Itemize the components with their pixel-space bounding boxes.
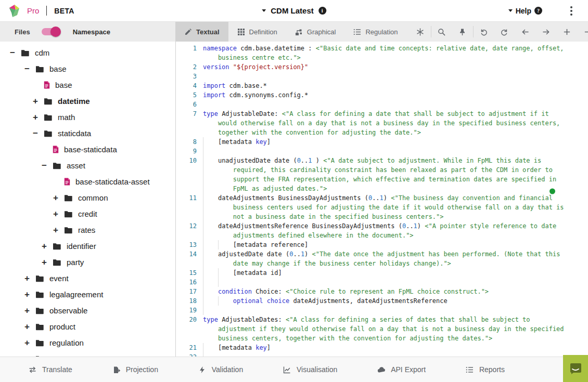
expand-icon[interactable]: + [23, 322, 31, 332]
view-tabs: TextualDefinitionGraphicalRegulation [175, 22, 407, 42]
code-text: version "${project.version}" [203, 62, 568, 72]
line-number: 3 [176, 72, 197, 81]
line-number: 16 [176, 278, 197, 287]
validation-icon [198, 366, 206, 374]
tab-graphical[interactable]: Graphical [286, 22, 345, 42]
expand-icon[interactable]: + [31, 112, 40, 123]
kebab-menu-icon[interactable] [568, 4, 574, 18]
expand-icon[interactable]: + [40, 241, 48, 252]
line-number: 20 [176, 315, 197, 343]
sidebar-item-base-staticdata[interactable]: base-staticdata [0, 141, 175, 157]
collapse-icon[interactable]: − [8, 48, 17, 58]
sidebar-item-cdm[interactable]: −cdm [0, 45, 175, 61]
plus-button[interactable] [557, 22, 578, 42]
sidebar-item-observable[interactable]: +observable [0, 302, 175, 319]
code-line: 19 [176, 306, 588, 315]
bottom-item-validation[interactable]: Validation [198, 365, 243, 374]
sidebar-item-credit[interactable]: +credit [0, 206, 175, 222]
rosetta-logo-icon [7, 4, 22, 18]
tab-label: Definition [249, 28, 277, 36]
bottom-item-label: API Export [391, 365, 426, 374]
files-namespace-toggle[interactable] [42, 28, 59, 35]
code-line: 14adjustedDate date (0..1) <"The date on… [176, 249, 588, 268]
code-line: 11dateAdjustments BusinessDayAdjustments… [176, 193, 588, 221]
expand-icon[interactable]: + [52, 209, 60, 219]
sidebar-item-identifier[interactable]: +identifier [0, 238, 175, 254]
sidebar-item-rates[interactable]: +rates [0, 222, 175, 238]
bottom-item-translate[interactable]: Translate [29, 365, 72, 374]
sidebar-item-math[interactable]: +math [0, 109, 175, 125]
expand-icon[interactable]: + [40, 257, 48, 268]
info-icon[interactable]: i [318, 7, 326, 15]
sidebar-item-base[interactable]: −base [0, 61, 175, 77]
code-line: 13[metadata reference] [176, 240, 588, 249]
bottom-item-label: Projection [126, 365, 158, 374]
code-text [203, 306, 568, 315]
status-dot [549, 188, 555, 194]
code-line: 4import cdm.base.* [176, 81, 588, 90]
tab-textual[interactable]: Textual [175, 22, 228, 42]
line-number: 22 [176, 352, 197, 357]
collapse-icon[interactable]: − [31, 128, 40, 139]
sidebar-item-party[interactable]: +party [0, 254, 175, 270]
plus-icon [563, 28, 571, 36]
pin-button[interactable] [452, 22, 473, 42]
undo-button[interactable] [474, 22, 494, 42]
folder-icon [35, 275, 44, 282]
graph-icon [295, 28, 303, 36]
sidebar-item-regulation[interactable]: +regulation [0, 335, 175, 351]
asterisk-button[interactable] [410, 22, 431, 42]
bottom-item-api-export[interactable]: API Export [377, 365, 426, 374]
tree-item-label: base-staticdata [64, 145, 117, 154]
expand-icon[interactable]: + [31, 96, 40, 107]
expand-icon[interactable]: + [23, 289, 31, 300]
indent-guide [203, 287, 203, 296]
help-menu[interactable]: Help ? [508, 7, 542, 15]
expand-icon[interactable]: + [23, 338, 31, 348]
tree-item-label: product [49, 322, 75, 331]
file-icon [64, 178, 70, 186]
arrow-left-button[interactable] [515, 22, 536, 42]
sidebar-item-asset[interactable]: −asset [0, 157, 175, 174]
sidebar-item-base[interactable]: base [0, 77, 175, 93]
redo-button[interactable] [494, 22, 515, 42]
expand-icon[interactable]: + [52, 225, 60, 235]
tab-regulation[interactable]: Regulation [344, 22, 406, 42]
sidebar-item-base-staticdata-asset[interactable]: base-staticdata-asset [0, 174, 175, 190]
line-number: 14 [176, 249, 197, 268]
collapse-icon[interactable]: − [23, 64, 31, 74]
undo-icon [480, 28, 488, 36]
sidebar-item-clipped[interactable]: + [0, 351, 175, 357]
expand-icon[interactable]: + [23, 306, 31, 316]
indent-guide [203, 137, 203, 147]
bottom-item-visualisation[interactable]: Visualisation [283, 365, 337, 374]
sidebar-item-datetime[interactable]: +datetime [0, 93, 175, 109]
namespace-tree[interactable]: −cdm−basebase+datetime+math−staticdataba… [0, 42, 175, 357]
collapse-icon[interactable]: − [40, 161, 48, 171]
tab-definition[interactable]: Definition [228, 22, 286, 42]
code-editor[interactable]: 1namespace cdm.base.datetime : <"Basic d… [175, 42, 588, 357]
code-text: namespace cdm.base.datetime : <"Basic da… [203, 44, 568, 62]
sidebar-item-common[interactable]: +common [0, 190, 175, 206]
code-line: 20type AdjustableDates: <"A class for de… [176, 315, 588, 343]
tree-item-label: credit [78, 209, 97, 218]
minus-button[interactable] [578, 22, 588, 42]
project-selector[interactable]: CDM Latest i [262, 6, 326, 15]
chat-launcher-button[interactable] [563, 355, 588, 382]
bottom-item-projection[interactable]: Projection [112, 365, 158, 374]
tab-label: Graphical [307, 28, 336, 36]
line-number: 1 [176, 44, 197, 62]
list-icon [353, 28, 361, 36]
sidebar-item-staticdata[interactable]: −staticdata [0, 125, 175, 141]
sidebar-item-product[interactable]: +product [0, 319, 175, 335]
search-button[interactable] [431, 22, 452, 42]
bottom-item-reports[interactable]: Reports [466, 365, 505, 374]
arrow-right-button[interactable] [536, 22, 557, 42]
expand-icon[interactable]: + [52, 193, 60, 203]
indent-guide [203, 156, 203, 193]
sidebar-item-event[interactable]: +event [0, 270, 175, 286]
sidebar-item-legalagreement[interactable]: +legalagreement [0, 286, 175, 302]
expand-icon[interactable]: + [23, 273, 31, 284]
code-line: 8[metadata key] [176, 137, 588, 147]
projection-icon [112, 366, 120, 374]
